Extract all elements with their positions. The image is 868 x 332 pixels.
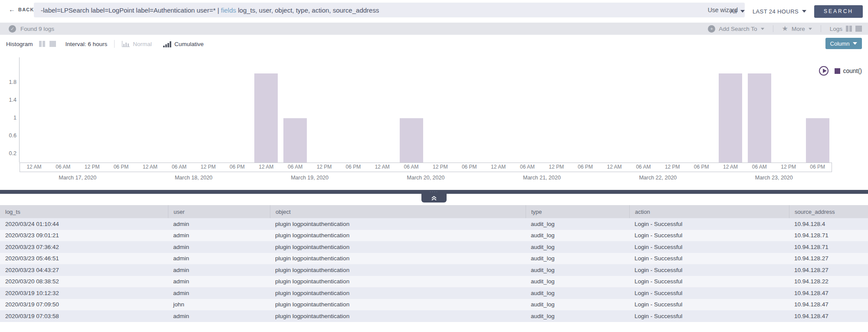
- date-label: March 18, 2020: [135, 175, 251, 181]
- more-menu[interactable]: ★ More: [782, 25, 812, 32]
- legend-label: count(): [843, 67, 862, 74]
- cell-type: audit_log: [526, 301, 629, 308]
- y-tick-label: 0.6: [0, 133, 16, 139]
- x-tick-label: 12 PM: [658, 164, 687, 170]
- repo-selector-dropdown[interactable]: All: [730, 8, 745, 15]
- search-query-text: -label=LPSearch label=LogPoint label=Aut…: [41, 7, 379, 14]
- full-view-icon[interactable]: [855, 26, 862, 32]
- cell-object: plugin logpointauthentication: [270, 255, 526, 262]
- y-tick-label: 0.2: [0, 150, 16, 156]
- cell-type: audit_log: [526, 290, 629, 296]
- x-tick-label: 12 PM: [310, 164, 339, 170]
- table-row[interactable]: 2020/03/23 07:36:42adminplugin logpointa…: [0, 241, 868, 253]
- cell-object: plugin logpointauthentication: [270, 244, 526, 250]
- column-header-object[interactable]: object: [270, 205, 526, 218]
- x-tick-label: 06 AM: [49, 164, 78, 170]
- cell-source_address: 10.94.128.47: [789, 313, 868, 319]
- top-search-bar: ← BACK -label=LPSearch label=LogPoint la…: [0, 0, 868, 23]
- chart-type-dropdown[interactable]: Column: [825, 38, 862, 49]
- column-header-type[interactable]: type: [526, 205, 629, 218]
- x-tick-label: 12 AM: [716, 164, 745, 170]
- split-view-icon[interactable]: [846, 26, 852, 32]
- cell-object: plugin logpointauthentication: [270, 290, 526, 296]
- table-row[interactable]: 2020/03/19 10:12:32adminplugin logpointa…: [0, 287, 868, 299]
- table-row[interactable]: 2020/03/20 08:38:52adminplugin logpointa…: [0, 276, 868, 288]
- full-view-icon[interactable]: [49, 41, 56, 47]
- cumulative-mode-toggle[interactable]: Cumulative: [163, 41, 204, 47]
- table-row[interactable]: 2020/03/23 04:43:27adminplugin logpointa…: [0, 264, 868, 276]
- chevron-down-icon: [802, 10, 806, 13]
- x-tick-label: 06 PM: [223, 164, 252, 170]
- histogram-bar[interactable]: [400, 118, 423, 163]
- x-tick-label: 06 AM: [164, 164, 194, 170]
- cell-source_address: 10.94.128.4: [789, 221, 868, 227]
- date-label: March 23, 2020: [716, 175, 832, 181]
- column-header-action[interactable]: action: [629, 205, 789, 218]
- legend-swatch: [835, 68, 840, 74]
- cell-log_ts: 2020/03/23 05:46:51: [0, 255, 168, 262]
- column-header-source_address[interactable]: source_address: [789, 205, 868, 218]
- collapse-histogram-button[interactable]: [421, 194, 447, 203]
- y-tick-label: 1: [0, 115, 16, 121]
- cell-user: admin: [168, 313, 270, 319]
- cell-action: Login - Successful: [629, 267, 789, 273]
- x-tick-label: 12 AM: [20, 164, 49, 170]
- star-icon: ★: [782, 25, 788, 32]
- add-search-to-menu[interactable]: + Add Search To: [708, 25, 764, 33]
- time-range-dropdown[interactable]: LAST 24 HOURS: [753, 8, 806, 15]
- found-logs-text: Found 9 logs: [20, 26, 54, 32]
- date-label: March 22, 2020: [600, 175, 716, 181]
- histogram-bar[interactable]: [806, 118, 829, 163]
- column-header-log_ts[interactable]: log_ts: [0, 205, 168, 218]
- cell-object: plugin logpointauthentication: [270, 232, 526, 239]
- y-tick-label: 1.8: [0, 79, 16, 85]
- logs-view-switcher: Logs: [830, 26, 862, 32]
- cell-user: admin: [168, 255, 270, 262]
- cell-object: plugin logpointauthentication: [270, 301, 526, 308]
- table-row[interactable]: 2020/03/23 05:46:51adminplugin logpointa…: [0, 253, 868, 265]
- normal-mode-toggle[interactable]: Normal: [122, 41, 152, 47]
- column-header-user[interactable]: user: [168, 205, 270, 218]
- histogram-chart: count() 0.20.611.41.8 12 AM06 AM12 PM06 …: [0, 53, 868, 190]
- x-tick-label: 12 PM: [542, 164, 571, 170]
- histogram-bar[interactable]: [283, 118, 307, 163]
- table-row[interactable]: 2020/03/19 07:03:58adminplugin logpointa…: [0, 310, 868, 322]
- cell-log_ts: 2020/03/19 07:09:50: [0, 301, 168, 308]
- cell-object: plugin logpointauthentication: [270, 267, 526, 273]
- cell-user: admin: [168, 278, 270, 285]
- cell-type: audit_log: [526, 244, 629, 250]
- x-tick-label: 06 AM: [745, 164, 774, 170]
- play-icon[interactable]: [819, 66, 829, 76]
- drag-handle-dots: ····: [0, 191, 868, 193]
- table-header-row: log_tsuserobjecttypeactionsource_address: [0, 205, 868, 218]
- bar-chart-icon: [122, 41, 130, 47]
- cell-user: john: [168, 301, 270, 308]
- histogram-bar[interactable]: [254, 73, 278, 163]
- histogram-bar[interactable]: [719, 73, 742, 163]
- cell-action: Login - Successful: [629, 313, 789, 319]
- search-button[interactable]: SEARCH: [814, 5, 863, 18]
- table-row[interactable]: 2020/03/23 09:01:21adminplugin logpointa…: [0, 230, 868, 242]
- x-tick-label: 12 PM: [194, 164, 223, 170]
- table-row[interactable]: 2020/03/24 01:10:44adminplugin logpointa…: [0, 218, 868, 230]
- table-body: 2020/03/24 01:10:44adminplugin logpointa…: [0, 218, 868, 322]
- y-tick-label: 1.4: [0, 97, 16, 103]
- x-tick-label: 12 AM: [135, 164, 164, 170]
- plus-circle-icon: +: [708, 25, 715, 33]
- cell-source_address: 10.94.128.22: [789, 278, 868, 285]
- back-button[interactable]: ← BACK: [9, 6, 34, 13]
- y-axis: [19, 57, 20, 163]
- search-query-input[interactable]: -label=LPSearch label=LogPoint label=Aut…: [34, 3, 745, 17]
- cell-action: Login - Successful: [629, 232, 789, 239]
- cell-type: audit_log: [526, 232, 629, 239]
- table-row[interactable]: 2020/03/19 07:09:50johnplugin logpointau…: [0, 299, 868, 311]
- histogram-bar[interactable]: [748, 73, 771, 163]
- x-tick-label: 06 PM: [687, 164, 716, 170]
- x-tick-label: 12 PM: [774, 164, 803, 170]
- cell-log_ts: 2020/03/19 10:12:32: [0, 290, 168, 296]
- split-view-icon[interactable]: [39, 41, 45, 47]
- date-label: March 20, 2020: [368, 175, 483, 181]
- cell-user: admin: [168, 232, 270, 239]
- query-fields-keyword: fields: [221, 7, 236, 14]
- x-tick-label: 06 PM: [803, 164, 832, 170]
